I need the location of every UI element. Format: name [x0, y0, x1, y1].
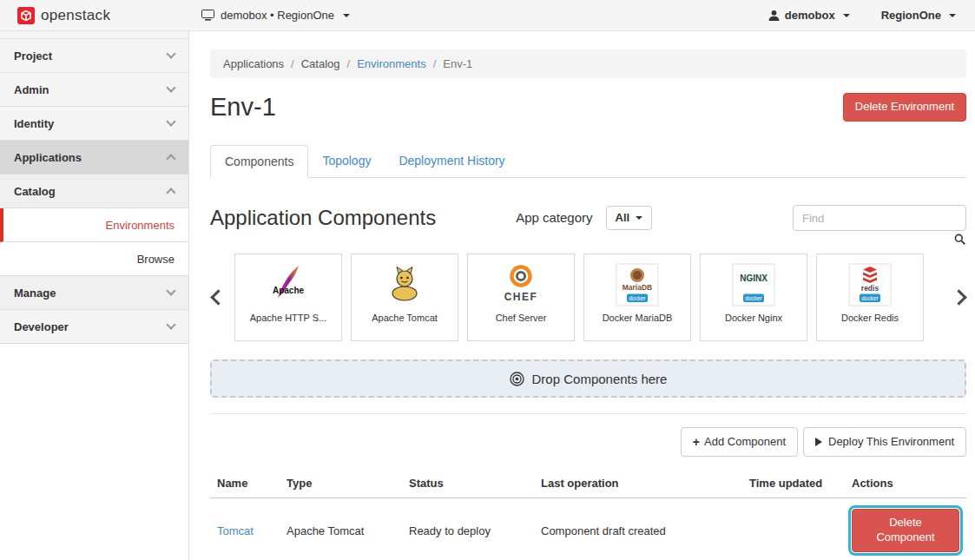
chevron-up-icon — [166, 154, 175, 163]
carousel-next-button[interactable] — [951, 254, 966, 341]
component-card-apache-http[interactable]: Apache Apache HTTP S... — [234, 254, 342, 341]
redis-icon: redis docker — [847, 261, 893, 308]
sidebar-item-browse[interactable]: Browse — [0, 242, 188, 276]
svg-text:NGINX: NGINX — [740, 273, 767, 283]
breadcrumb-catalog[interactable]: Catalog — [301, 57, 340, 70]
svg-text:Apache: Apache — [273, 286, 305, 295]
sidebar-item-developer[interactable]: Developer — [0, 310, 188, 344]
component-card-apache-tomcat[interactable]: Apache Tomcat — [351, 254, 458, 341]
caret-down-icon — [949, 14, 956, 17]
user-menu[interactable]: demobox — [768, 9, 850, 22]
app-category-group: App category All — [516, 206, 652, 231]
components-toolbar: Application Components App category All — [210, 205, 966, 231]
component-card-docker-redis[interactable]: redis docker Docker Redis — [816, 254, 924, 341]
brand-wordmark: openstack — [41, 7, 110, 24]
deploy-environment-button[interactable]: Deploy This Environment — [803, 427, 966, 457]
delete-environment-button[interactable]: Delete Environment — [843, 93, 966, 122]
user-label: demobox — [785, 9, 835, 22]
apache-http-icon: Apache — [265, 261, 312, 308]
component-card-docker-nginx[interactable]: NGINX docker Docker Nginx — [700, 254, 807, 341]
search-button[interactable] — [954, 234, 965, 247]
find-input[interactable] — [793, 205, 966, 231]
topbar-right: demobox RegionOne — [768, 9, 975, 22]
app-category-dropdown[interactable]: All — [606, 206, 653, 231]
target-icon — [510, 372, 524, 386]
sidebar-nav: Project Admin Identity Applications Cata… — [0, 31, 189, 560]
breadcrumb-separator: / — [347, 57, 351, 70]
component-type-cell: Apache Tomcat — [280, 498, 402, 560]
table-row: Tomcat Apache Tomcat Ready to deploy Com… — [210, 498, 966, 560]
sidebar-item-environments[interactable]: Environments — [0, 208, 188, 242]
col-header-name: Name — [210, 469, 280, 498]
add-component-button[interactable]: + Add Component — [681, 427, 798, 457]
tab-components[interactable]: Components — [210, 145, 308, 178]
sidebar-item-catalog[interactable]: Catalog — [0, 175, 188, 208]
sidebar-item-project[interactable]: Project — [0, 39, 188, 73]
section-title: Application Components — [210, 206, 436, 230]
caret-down-icon — [636, 216, 642, 220]
col-header-status: Status — [402, 469, 534, 498]
chevron-down-icon — [166, 286, 175, 295]
chevron-down-icon — [166, 49, 175, 58]
chevron-down-icon — [166, 116, 175, 126]
breadcrumb-applications[interactable]: Applications — [223, 57, 284, 70]
chevron-right-icon — [951, 289, 966, 305]
col-header-type: Type — [280, 469, 402, 498]
region-menu[interactable]: RegionOne — [881, 9, 956, 22]
breadcrumb-environments-link[interactable]: Environments — [357, 57, 425, 70]
page-title: Env-1 — [210, 93, 276, 122]
page-header: Env-1 Delete Environment — [210, 93, 966, 122]
project-context-switcher[interactable]: demobox • RegionOne — [201, 9, 350, 22]
tab-topology[interactable]: Topology — [308, 145, 385, 178]
component-status-cell: Ready to deploy — [402, 498, 534, 560]
dropzone-text: Drop Components here — [532, 372, 668, 386]
chef-icon: CHEF — [497, 261, 544, 308]
component-last-operation-cell: Component draft created — [534, 498, 742, 560]
chevron-left-icon — [210, 289, 226, 305]
find-wrap — [793, 205, 966, 231]
svg-text:docker: docker — [629, 295, 646, 301]
mariadb-icon: MariaDB docker — [614, 261, 661, 308]
component-name-link[interactable]: Tomcat — [217, 524, 254, 537]
plus-icon: + — [693, 434, 700, 450]
region-label: RegionOne — [881, 9, 941, 22]
component-card-chef-server[interactable]: CHEF Chef Server — [467, 254, 575, 341]
col-header-actions: Actions — [845, 469, 966, 498]
col-header-last-operation: Last operation — [534, 469, 742, 498]
component-card-docker-mariadb[interactable]: MariaDB docker Docker MariaDB — [583, 254, 691, 341]
component-time-updated-cell — [742, 498, 845, 560]
play-icon — [815, 438, 822, 446]
svg-text:docker: docker — [861, 295, 879, 301]
delete-component-button[interactable]: Delete Component — [852, 509, 959, 552]
sidebar-item-admin[interactable]: Admin — [0, 73, 188, 107]
caret-down-icon — [843, 14, 850, 17]
context-label: demobox • RegionOne — [221, 9, 334, 22]
tab-deployment-history[interactable]: Deployment History — [385, 145, 518, 178]
sidebar-item-applications[interactable]: Applications — [0, 141, 188, 175]
sidebar-item-manage[interactable]: Manage — [0, 276, 188, 310]
openstack-logo[interactable]: openstack — [0, 7, 189, 24]
sidebar-item-identity[interactable]: Identity — [0, 107, 188, 141]
components-carousel: Apache Apache HTTP S... — [210, 254, 966, 341]
breadcrumb-separator: / — [433, 57, 437, 70]
breadcrumb-separator: / — [291, 57, 294, 70]
tab-bar: Components Topology Deployment History — [210, 145, 966, 178]
search-icon — [954, 234, 965, 245]
caret-down-icon — [343, 14, 350, 17]
main-content: Applications / Catalog / Environments / … — [190, 31, 975, 560]
breadcrumb-current: Env-1 — [443, 57, 472, 70]
app-category-label: App category — [516, 210, 592, 225]
svg-text:redis: redis — [861, 284, 879, 293]
tomcat-icon — [381, 261, 428, 308]
user-icon — [768, 10, 780, 21]
sidebar-spacer — [0, 31, 188, 39]
col-header-time-updated: Time updated — [742, 469, 845, 498]
openstack-logo-icon — [17, 7, 35, 24]
svg-text:MariaDB: MariaDB — [623, 283, 652, 292]
carousel-prev-button[interactable] — [210, 254, 226, 341]
section-divider — [210, 413, 966, 414]
breadcrumb: Applications / Catalog / Environments / … — [210, 49, 966, 78]
drop-components-zone[interactable]: Drop Components here — [210, 359, 966, 398]
components-table: Name Type Status Last operation Time upd… — [210, 469, 966, 560]
top-navbar: openstack demobox • RegionOne demobox Re… — [0, 0, 975, 31]
